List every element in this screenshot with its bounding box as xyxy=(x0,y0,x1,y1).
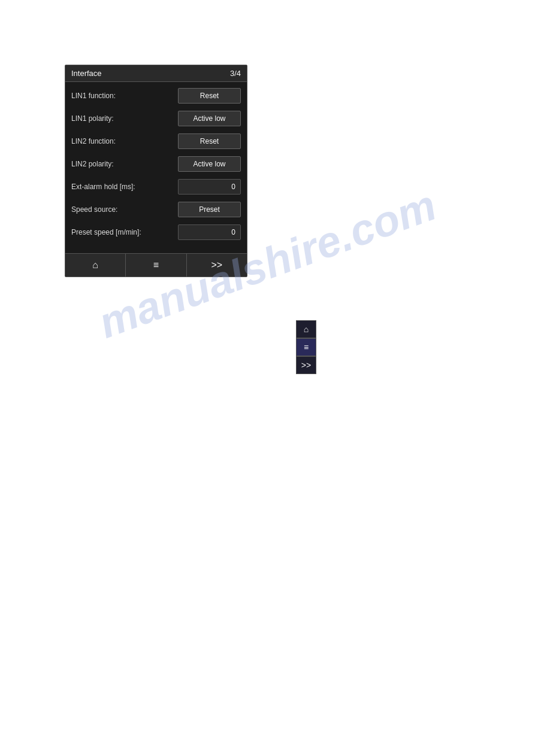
icon-list-icon: ≡ xyxy=(304,342,309,352)
row-lin2-function: LIN2 function: Reset xyxy=(71,133,241,149)
lin1-function-label: LIN1 function: xyxy=(71,92,178,100)
lin2-polarity-button[interactable]: Active low xyxy=(178,156,241,172)
panel-page: 3/4 xyxy=(230,69,241,78)
icon-home-icon: ⌂ xyxy=(304,324,309,334)
next-icon: >> xyxy=(211,260,222,271)
row-lin2-polarity: LIN2 polarity: Active low xyxy=(71,156,241,172)
panel-header: Interface 3/4 xyxy=(65,65,247,82)
ext-alarm-hold-label: Ext-alarm hold [ms]: xyxy=(71,183,178,191)
preset-speed-value: 0 xyxy=(178,224,241,240)
row-speed-source: Speed source: Preset xyxy=(71,202,241,217)
panel-content: LIN1 function: Reset LIN1 polarity: Acti… xyxy=(65,82,247,253)
speed-source-button[interactable]: Preset xyxy=(178,202,241,217)
panel-title: Interface xyxy=(71,69,102,78)
menu-button[interactable]: ≡ xyxy=(126,254,186,277)
speed-source-label: Speed source: xyxy=(71,205,178,214)
icon-home-button[interactable]: ⌂ xyxy=(296,320,316,338)
panel-footer: ⌂ ≡ >> xyxy=(65,253,247,277)
row-preset-speed: Preset speed [m/min]: 0 xyxy=(71,224,241,240)
lin1-function-button[interactable]: Reset xyxy=(178,88,241,104)
row-ext-alarm-hold: Ext-alarm hold [ms]: 0 xyxy=(71,179,241,195)
preset-speed-label: Preset speed [m/min]: xyxy=(71,228,178,236)
interface-panel: Interface 3/4 LIN1 function: Reset LIN1 … xyxy=(65,65,247,277)
lin1-polarity-label: LIN1 polarity: xyxy=(71,114,178,123)
icon-panel: ⌂ ≡ >> xyxy=(296,320,316,374)
home-button[interactable]: ⌂ xyxy=(65,254,126,277)
home-icon: ⌂ xyxy=(92,260,98,271)
next-button[interactable]: >> xyxy=(187,254,247,277)
lin1-polarity-button[interactable]: Active low xyxy=(178,111,241,126)
ext-alarm-hold-value: 0 xyxy=(178,179,241,195)
lin2-function-label: LIN2 function: xyxy=(71,137,178,145)
icon-next-button[interactable]: >> xyxy=(296,356,316,374)
row-lin1-function: LIN1 function: Reset xyxy=(71,88,241,104)
menu-icon: ≡ xyxy=(153,260,159,271)
lin2-function-button[interactable]: Reset xyxy=(178,133,241,149)
row-lin1-polarity: LIN1 polarity: Active low xyxy=(71,111,241,126)
icon-list-button[interactable]: ≡ xyxy=(296,338,316,356)
icon-next-icon: >> xyxy=(301,360,311,370)
lin2-polarity-label: LIN2 polarity: xyxy=(71,160,178,168)
